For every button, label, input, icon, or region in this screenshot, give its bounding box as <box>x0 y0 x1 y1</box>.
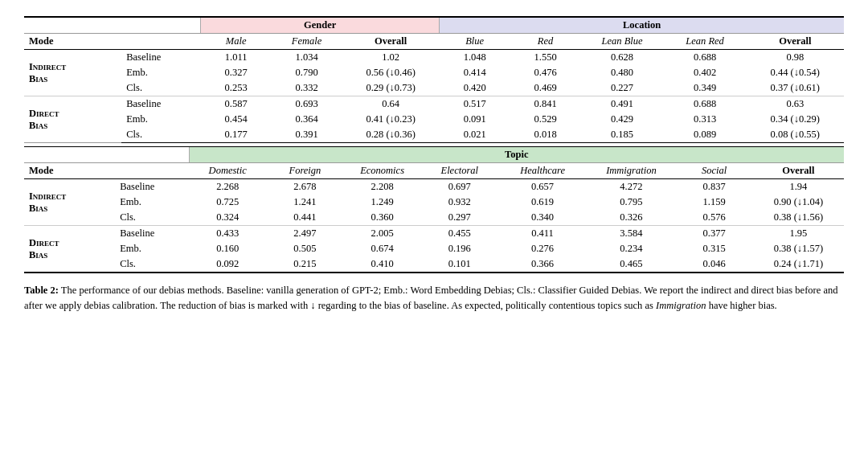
col-domestic: Domestic <box>189 163 266 179</box>
emb-row-mode-2: Emb. <box>121 112 201 127</box>
cell: 0.529 <box>510 112 581 127</box>
cls-row-mode: Cls. <box>121 80 201 96</box>
cell: 1.011 <box>201 50 272 66</box>
cell: 4.272 <box>587 179 675 195</box>
cell: 0.410 <box>344 256 421 273</box>
cell: 0.276 <box>498 241 587 256</box>
cell: 0.688 <box>664 50 747 66</box>
cell: 0.454 <box>201 112 272 127</box>
cell: 0.177 <box>201 127 272 143</box>
col-red: Red <box>510 34 581 50</box>
cell: 1.159 <box>676 195 753 210</box>
indirect-bias-row-2: Emb. 0.327 0.790 0.56 (↓0.46) 0.414 0.47… <box>24 65 844 80</box>
cell: 0.480 <box>581 65 664 80</box>
col-blue: Blue <box>440 34 510 50</box>
cell: 0.90 (↓1.04) <box>753 195 844 210</box>
cell: 0.28 (↓0.36) <box>342 127 440 143</box>
cell: 0.517 <box>440 96 510 113</box>
cell: 0.34 (↓0.29) <box>747 112 844 127</box>
location-header: Location <box>440 17 844 34</box>
indirect-bias-label-2: IndirectBias <box>24 179 115 226</box>
cell: 1.94 <box>753 179 844 195</box>
cell: 0.391 <box>272 127 342 143</box>
cell: 0.08 (↓0.55) <box>747 127 844 143</box>
cell: 0.315 <box>676 241 753 256</box>
cell: 0.327 <box>201 65 272 80</box>
cell: 0.021 <box>440 127 510 143</box>
cell: 1.241 <box>266 195 343 210</box>
col-female: Female <box>272 34 342 50</box>
cell: 0.420 <box>440 80 510 96</box>
topic-direct-row-3: Cls. 0.092 0.215 0.410 0.101 0.366 0.465… <box>24 256 844 273</box>
cls-topic-mode: Cls. <box>115 210 189 226</box>
cell: 0.576 <box>676 210 753 226</box>
gender-header: Gender <box>201 17 440 34</box>
cell: 0.628 <box>581 50 664 66</box>
cell: 0.349 <box>664 80 747 96</box>
cell: 0.932 <box>421 195 498 210</box>
cell: 0.089 <box>664 127 747 143</box>
cell: 0.414 <box>440 65 510 80</box>
header-row-2: Mode Male Female Overall Blue Red Lean B… <box>24 34 844 50</box>
cell: 0.340 <box>498 210 587 226</box>
cell: 0.64 <box>342 96 440 113</box>
cell: 0.693 <box>272 96 342 113</box>
cell: 0.63 <box>747 96 844 113</box>
cell: 1.550 <box>510 50 581 66</box>
cell: 1.034 <box>272 50 342 66</box>
cell: 2.208 <box>344 179 421 195</box>
mode-label: Mode <box>24 34 201 50</box>
topic-direct-row-1: DirectBias Baseline 0.433 2.497 2.005 0.… <box>24 226 844 242</box>
topic-direct-row-2: Emb. 0.160 0.505 0.674 0.196 0.276 0.234… <box>24 241 844 256</box>
col-male: Male <box>201 34 272 50</box>
cell: 0.24 (↓1.71) <box>753 256 844 273</box>
topic-indirect-row-2: Emb. 0.725 1.241 1.249 0.932 0.619 0.795… <box>24 195 844 210</box>
cell: 0.092 <box>189 256 266 273</box>
col-gender-overall: Overall <box>342 34 440 50</box>
cell: 0.313 <box>664 112 747 127</box>
cell: 0.364 <box>272 112 342 127</box>
cell: 0.326 <box>587 210 675 226</box>
col-location-overall: Overall <box>747 34 844 50</box>
cell: 0.366 <box>498 256 587 273</box>
cell: 0.377 <box>676 226 753 242</box>
emb-direct-topic-mode: Emb. <box>115 241 189 256</box>
cell: 0.297 <box>421 210 498 226</box>
cell: 0.411 <box>498 226 587 242</box>
col-social: Social <box>676 163 753 179</box>
cell: 0.324 <box>189 210 266 226</box>
col-topic-overall: Overall <box>753 163 844 179</box>
cell: 0.465 <box>587 256 675 273</box>
cell: 3.584 <box>587 226 675 242</box>
direct-bias-label: DirectBias <box>24 96 121 143</box>
col-electoral: Electoral <box>421 163 498 179</box>
cell: 1.249 <box>344 195 421 210</box>
caption-label: Table 2: <box>24 285 59 296</box>
col-immigration: Immigration <box>587 163 675 179</box>
cell: 0.657 <box>498 179 587 195</box>
cell: 0.44 (↓0.54) <box>747 65 844 80</box>
cell: 0.455 <box>421 226 498 242</box>
cell: 1.02 <box>342 50 440 66</box>
topic-header-row-1: Topic <box>24 147 844 163</box>
cell: 0.37 (↓0.61) <box>747 80 844 96</box>
direct-bias-label-2: DirectBias <box>24 226 115 273</box>
cell: 0.185 <box>581 127 664 143</box>
col-economics: Economics <box>344 163 421 179</box>
cell: 0.587 <box>201 96 272 113</box>
cell: 0.332 <box>272 80 342 96</box>
cell: 0.697 <box>421 179 498 195</box>
cell: 0.469 <box>510 80 581 96</box>
indirect-bias-row-1: IndirectBias Baseline 1.011 1.034 1.02 1… <box>24 50 844 66</box>
col-healthcare: Healthcare <box>498 163 587 179</box>
cell: 0.674 <box>344 241 421 256</box>
direct-bias-row-2: Emb. 0.454 0.364 0.41 (↓0.23) 0.091 0.52… <box>24 112 844 127</box>
cell: 0.491 <box>581 96 664 113</box>
topic-header: Topic <box>189 147 844 163</box>
topic-table: Topic Mode Domestic Foreign Economics El… <box>24 146 844 273</box>
header-row-1: Gender Location <box>24 17 844 34</box>
cell: 0.227 <box>581 80 664 96</box>
topic-indirect-row-1: IndirectBias Baseline 2.268 2.678 2.208 … <box>24 179 844 195</box>
cell: 2.268 <box>189 179 266 195</box>
cell: 0.29 (↓0.73) <box>342 80 440 96</box>
